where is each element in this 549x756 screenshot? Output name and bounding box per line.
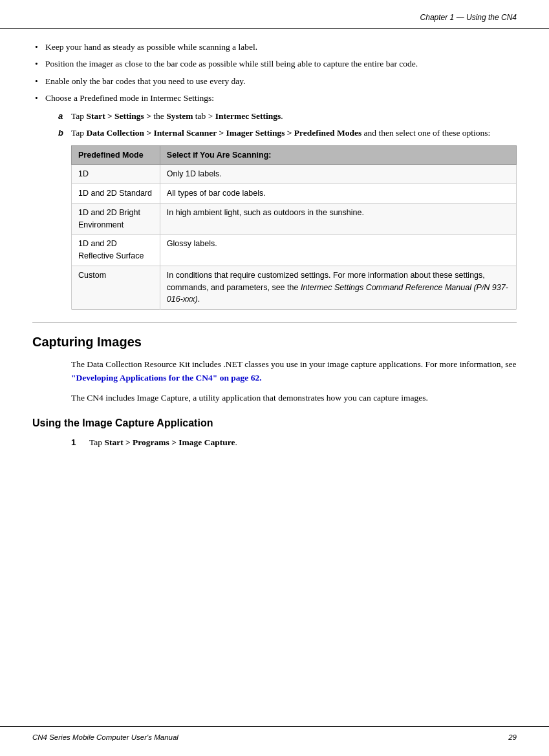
cell-scanning: Only 1D labels. xyxy=(160,165,516,184)
list-item: • Choose a Predefined mode in Intermec S… xyxy=(32,92,517,105)
footer-right: 29 xyxy=(508,732,517,743)
image-capture-steps: 1 Tap Start > Programs > Image Capture. xyxy=(32,436,517,449)
step-a-content: Tap Start > Settings > the System tab > … xyxy=(71,110,517,123)
capturing-images-heading: Capturing Images xyxy=(32,332,517,352)
table-row: 1D and 2D Bright Environment In high amb… xyxy=(72,203,517,235)
table-row: 1D Only 1D labels. xyxy=(72,165,517,184)
step-number-1: 1 xyxy=(71,436,89,449)
numbered-steps-list: 1 Tap Start > Programs > Image Capture. xyxy=(71,436,517,449)
cell-mode: 1D and 2D Standard xyxy=(72,184,160,204)
capturing-images-para2: The CN4 includes Image Capture, a utilit… xyxy=(71,392,517,405)
bullet-text: Position the imager as close to the bar … xyxy=(45,58,418,70)
bullet-icon: • xyxy=(35,92,45,105)
predefined-modes-table: Predefined Mode Select if You Are Scanni… xyxy=(71,145,517,310)
table-row: Custom In conditions that require custom… xyxy=(72,266,517,309)
cell-scanning: In high ambient light, such as outdoors … xyxy=(160,203,516,235)
list-item: • Enable only the bar codes that you nee… xyxy=(32,75,517,88)
cell-scanning: In conditions that require customized se… xyxy=(160,266,516,309)
cell-mode: Custom xyxy=(72,266,160,309)
table-header-row: Predefined Mode Select if You Are Scanni… xyxy=(72,145,517,165)
col-header-scanning: Select if You Are Scanning: xyxy=(160,145,516,165)
table-row: 1D and 2D Standard All types of bar code… xyxy=(72,184,517,204)
cell-scanning: All types of bar code labels. xyxy=(160,184,516,204)
ref-italic: Intermec Settings Command Reference Manu… xyxy=(167,283,508,304)
footer-left: CN4 Series Mobile Computer User's Manual xyxy=(32,732,178,743)
cell-mode: 1D xyxy=(72,165,160,184)
page: Chapter 1 — Using the CN4 • Keep your ha… xyxy=(0,0,549,756)
table-header: Predefined Mode Select if You Are Scanni… xyxy=(72,145,517,165)
image-capture-subheading: Using the Image Capture Application xyxy=(32,415,517,431)
step-1-content: Tap Start > Programs > Image Capture. xyxy=(89,436,517,449)
sub-step-b: b Tap Data Collection > Internal Scanner… xyxy=(58,127,517,140)
sub-steps: a Tap Start > Settings > the System tab … xyxy=(58,110,517,140)
section-divider xyxy=(32,322,517,323)
capturing-images-content: The Data Collection Resource Kit include… xyxy=(32,358,517,405)
numbered-step-1: 1 Tap Start > Programs > Image Capture. xyxy=(71,436,517,449)
bullet-text: Choose a Predefined mode in Intermec Set… xyxy=(45,92,214,105)
link-developing-apps[interactable]: "Developing Applications for the CN4" on… xyxy=(71,373,262,383)
cell-mode: 1D and 2D Reflective Surface xyxy=(72,235,160,266)
col-header-mode: Predefined Mode xyxy=(72,145,160,165)
bullet-icon: • xyxy=(35,41,45,54)
chapter-title: Chapter 1 — Using the CN4 xyxy=(420,12,517,23)
cell-scanning: Glossy labels. xyxy=(160,235,516,266)
step-label-b: b xyxy=(58,127,71,140)
sub-step-a: a Tap Start > Settings > the System tab … xyxy=(58,110,517,123)
table-row: 1D and 2D Reflective Surface Glossy labe… xyxy=(72,235,517,266)
cell-mode: 1D and 2D Bright Environment xyxy=(72,203,160,235)
list-item: • Position the imager as close to the ba… xyxy=(32,58,517,70)
table-container: Predefined Mode Select if You Are Scanni… xyxy=(32,145,517,310)
step-b-content: Tap Data Collection > Internal Scanner >… xyxy=(71,127,517,140)
page-footer: CN4 Series Mobile Computer User's Manual… xyxy=(0,726,549,743)
bullet-icon: • xyxy=(35,58,45,70)
list-item: • Keep your hand as steady as possible w… xyxy=(32,41,517,54)
bullet-text: Enable only the bar codes that you need … xyxy=(45,75,246,88)
capturing-images-para1: The Data Collection Resource Kit include… xyxy=(71,358,517,385)
bullet-text: Keep your hand as steady as possible whi… xyxy=(45,41,257,54)
page-header: Chapter 1 — Using the CN4 xyxy=(0,0,549,29)
step-label-a: a xyxy=(58,110,71,123)
table-body: 1D Only 1D labels. 1D and 2D Standard Al… xyxy=(72,165,517,310)
bullet-list: • Keep your hand as steady as possible w… xyxy=(32,41,517,105)
main-content: • Keep your hand as steady as possible w… xyxy=(0,34,549,479)
bullet-icon: • xyxy=(35,75,45,88)
